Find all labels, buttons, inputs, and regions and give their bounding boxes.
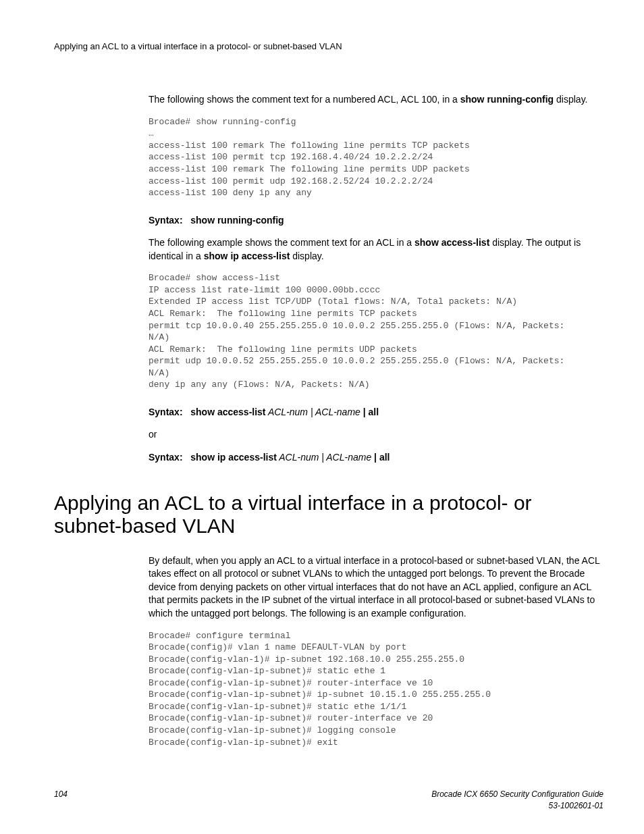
intro-paragraph-1: The following shows the comment text for… xyxy=(149,93,603,107)
section-heading: Applying an ACL to a virtual interface i… xyxy=(54,492,603,538)
syntax-all: | all xyxy=(363,407,379,417)
command-name: show access-list xyxy=(414,237,489,248)
command-name: show running-config xyxy=(460,94,554,105)
command-name: show ip access-list xyxy=(204,251,290,261)
doc-id: 53-1002601-01 xyxy=(431,800,603,812)
section-content: By default, when you apply an ACL to a v… xyxy=(149,554,603,748)
text: The following example shows the comment … xyxy=(149,237,414,248)
code-block-1: Brocade# show running-config … access-li… xyxy=(149,116,603,199)
or-text: or xyxy=(149,428,603,442)
text: display. xyxy=(290,251,323,261)
doc-title: Brocade ICX 6650 Security Configuration … xyxy=(431,789,603,800)
syntax-argument: ACL-num | ACL-name xyxy=(277,452,374,463)
syntax-command: show access-list xyxy=(190,407,265,417)
body-paragraph: By default, when you apply an ACL to a v… xyxy=(149,554,603,621)
syntax-line-1: Syntax: show running-config xyxy=(149,214,603,228)
intro-paragraph-2: The following example shows the comment … xyxy=(149,236,603,263)
page-header: Applying an ACL to a virtual interface i… xyxy=(54,41,603,53)
syntax-argument: ACL-num | ACL-name xyxy=(266,407,363,417)
syntax-all: | all xyxy=(374,452,390,463)
syntax-label: Syntax: xyxy=(149,215,183,226)
code-block-2: Brocade# show access-list IP access list… xyxy=(149,272,603,390)
syntax-label: Syntax: xyxy=(149,407,183,417)
doc-info: Brocade ICX 6650 Security Configuration … xyxy=(431,789,603,812)
syntax-label: Syntax: xyxy=(149,452,183,463)
page-footer: 104 Brocade ICX 6650 Security Configurat… xyxy=(54,789,603,812)
code-block-3: Brocade# configure terminal Brocade(conf… xyxy=(149,630,603,748)
text: display. xyxy=(554,94,587,105)
syntax-command: show running-config xyxy=(190,215,284,226)
page-number: 104 xyxy=(54,789,68,812)
syntax-command: show ip access-list xyxy=(190,452,277,463)
syntax-line-2: Syntax: show access-list ACL-num | ACL-n… xyxy=(149,406,603,419)
main-content: The following shows the comment text for… xyxy=(149,93,603,464)
syntax-line-3: Syntax: show ip access-list ACL-num | AC… xyxy=(149,451,603,465)
text: The following shows the comment text for… xyxy=(149,94,460,105)
